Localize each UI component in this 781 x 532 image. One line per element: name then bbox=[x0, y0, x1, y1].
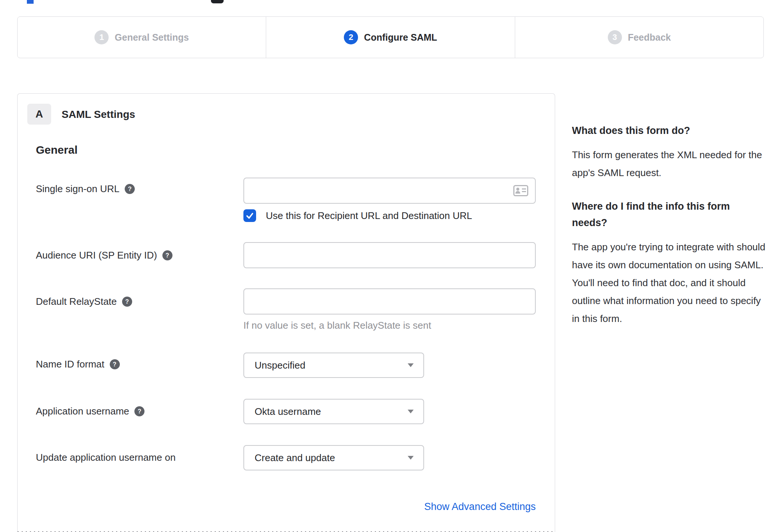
name-id-format-select[interactable]: Unspecified bbox=[243, 353, 424, 378]
wizard-stepper: 1 General Settings 2 Configure SAML 3 Fe… bbox=[17, 16, 764, 58]
update-username-on-select[interactable]: Create and update bbox=[243, 445, 424, 470]
step-1-number-badge: 1 bbox=[94, 30, 109, 44]
field-label-text: Default RelayState bbox=[36, 296, 117, 307]
step-3-label: Feedback bbox=[628, 32, 671, 43]
help-icon[interactable] bbox=[125, 184, 135, 194]
help-body-2: The app you're trying to integrate with … bbox=[572, 238, 766, 328]
header-fragment-dark bbox=[211, 0, 224, 3]
update-username-on-value: Create and update bbox=[255, 452, 335, 464]
step-configure-saml[interactable]: 2 Configure SAML bbox=[266, 17, 515, 58]
chevron-down-icon bbox=[408, 363, 414, 367]
chevron-down-icon bbox=[408, 456, 414, 460]
header-fragment-blue bbox=[27, 0, 34, 4]
audience-uri-label: Audience URI (SP Entity ID) bbox=[36, 250, 172, 261]
relaystate-hint: If no value is set, a blank RelayState i… bbox=[243, 320, 431, 331]
use-this-checkbox[interactable] bbox=[243, 209, 256, 222]
step-3-number-badge: 3 bbox=[608, 30, 622, 44]
application-username-select[interactable]: Okta username bbox=[243, 399, 424, 424]
recipient-url-checkbox-row: Use this for Recipient URL and Destinati… bbox=[243, 209, 472, 222]
help-body-1: This form generates the XML needed for t… bbox=[572, 146, 766, 182]
help-heading-2: Where do I find the info this form needs… bbox=[572, 198, 766, 231]
section-a-badge: A bbox=[27, 104, 51, 125]
single-sign-on-url-input-wrap bbox=[243, 178, 536, 204]
name-id-format-label: Name ID format bbox=[36, 359, 120, 370]
chevron-down-icon bbox=[408, 410, 414, 413]
group-title-general: General bbox=[36, 144, 78, 156]
saml-settings-card: A SAML Settings General Single sign-on U… bbox=[17, 93, 555, 532]
application-username-label: Application username bbox=[36, 406, 144, 417]
single-sign-on-url-label: Single sign-on URL bbox=[36, 183, 135, 195]
application-username-value: Okta username bbox=[255, 406, 321, 417]
single-sign-on-url-input[interactable] bbox=[243, 178, 536, 204]
checkmark-icon bbox=[246, 212, 254, 220]
step-1-label: General Settings bbox=[115, 32, 189, 43]
step-2-label: Configure SAML bbox=[364, 32, 437, 43]
step-2-number-badge: 2 bbox=[344, 30, 358, 44]
section-title: SAML Settings bbox=[62, 109, 135, 121]
use-this-checkbox-label: Use this for Recipient URL and Destinati… bbox=[266, 210, 472, 222]
audience-uri-input[interactable] bbox=[243, 242, 536, 268]
field-label-text: Update application username on bbox=[36, 452, 175, 463]
help-icon[interactable] bbox=[162, 250, 172, 260]
step-general-settings[interactable]: 1 General Settings bbox=[18, 17, 266, 58]
field-label-text: Audience URI (SP Entity ID) bbox=[36, 250, 157, 261]
show-advanced-settings-link[interactable]: Show Advanced Settings bbox=[243, 501, 536, 513]
default-relaystate-label: Default RelayState bbox=[36, 296, 132, 307]
field-label-text: Single sign-on URL bbox=[36, 183, 119, 195]
update-username-on-label: Update application username on bbox=[36, 452, 175, 463]
help-icon[interactable] bbox=[122, 297, 132, 307]
name-id-format-value: Unspecified bbox=[255, 360, 305, 371]
field-label-text: Name ID format bbox=[36, 359, 105, 370]
help-heading-1: What does this form do? bbox=[572, 122, 766, 139]
default-relaystate-input[interactable] bbox=[243, 288, 536, 314]
help-icon[interactable] bbox=[110, 359, 120, 369]
field-label-text: Application username bbox=[36, 406, 129, 417]
step-feedback[interactable]: 3 Feedback bbox=[515, 17, 763, 58]
help-sidebar: What does this form do? This form genera… bbox=[572, 122, 766, 344]
help-icon[interactable] bbox=[134, 406, 144, 416]
